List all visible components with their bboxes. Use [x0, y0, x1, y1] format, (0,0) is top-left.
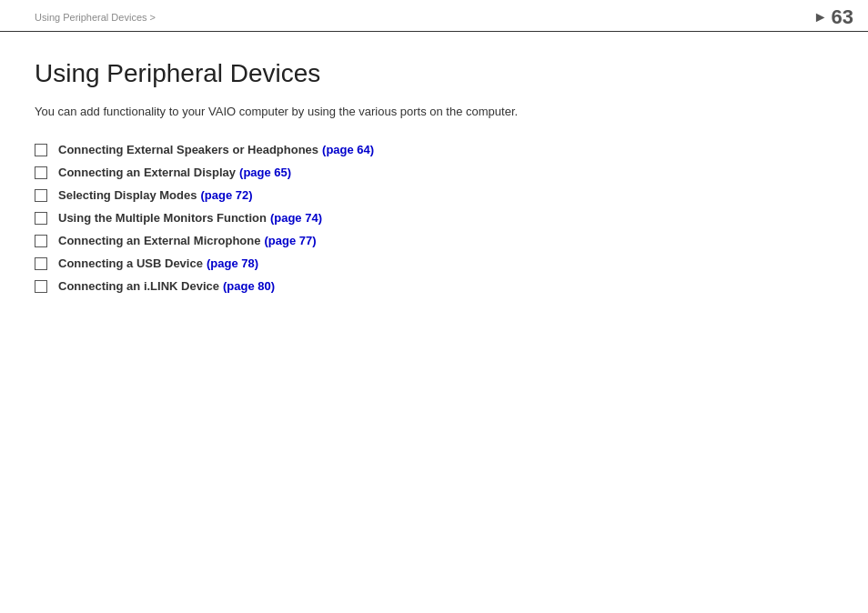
- toc-item-text: Using the Multiple Monitors Function: [58, 211, 267, 225]
- checkbox-icon: [35, 144, 47, 156]
- toc-item-label: Connecting External Speakers or Headphon…: [58, 143, 374, 156]
- toc-item: Selecting Display Modes(page 72): [35, 188, 833, 202]
- toc-item: Connecting External Speakers or Headphon…: [35, 143, 833, 156]
- toc-item-label: Connecting a USB Device(page 78): [58, 256, 258, 270]
- toc-item-label: Selecting Display Modes(page 72): [58, 188, 253, 202]
- toc-item-link[interactable]: (page 72): [200, 188, 252, 202]
- main-content: Using Peripheral Devices You can add fun…: [0, 32, 868, 320]
- toc-item: Connecting an External Microphone(page 7…: [35, 234, 833, 247]
- toc-item-label: Using the Multiple Monitors Function(pag…: [58, 211, 322, 225]
- toc-item: Connecting a USB Device(page 78): [35, 256, 833, 270]
- page-header: Using Peripheral Devices > ► 63: [0, 0, 868, 32]
- page-number-container: ► 63: [813, 7, 853, 27]
- toc-item-link[interactable]: (page 65): [239, 166, 291, 179]
- breadcrumb: Using Peripheral Devices >: [35, 12, 156, 23]
- toc-item: Connecting an i.LINK Device(page 80): [35, 279, 833, 293]
- toc-item: Connecting an External Display(page 65): [35, 166, 833, 179]
- toc-item-link[interactable]: (page 78): [207, 256, 258, 270]
- toc-item-text: Connecting External Speakers or Headphon…: [58, 143, 318, 156]
- toc-item-label: Connecting an External Display(page 65): [58, 166, 291, 179]
- toc-item-text: Connecting an External Display: [58, 166, 236, 179]
- checkbox-icon: [35, 235, 47, 247]
- toc-item-link[interactable]: (page 64): [322, 143, 374, 156]
- toc-item-text: Connecting an External Microphone: [58, 234, 260, 247]
- toc-item-text: Connecting a USB Device: [58, 256, 203, 270]
- toc-item-text: Connecting an i.LINK Device: [58, 279, 219, 293]
- checkbox-icon: [35, 257, 47, 270]
- page-title: Using Peripheral Devices: [35, 59, 833, 88]
- toc-list: Connecting External Speakers or Headphon…: [35, 143, 833, 293]
- page-number: 63: [832, 7, 853, 27]
- checkbox-icon: [35, 280, 47, 293]
- arrow-icon: ►: [813, 9, 828, 25]
- checkbox-icon: [35, 212, 47, 225]
- toc-item-label: Connecting an i.LINK Device(page 80): [58, 279, 275, 293]
- toc-item: Using the Multiple Monitors Function(pag…: [35, 211, 833, 225]
- checkbox-icon: [35, 166, 47, 179]
- toc-item-link[interactable]: (page 77): [264, 234, 316, 247]
- page-description: You can add functionality to your VAIO c…: [35, 103, 833, 121]
- checkbox-icon: [35, 189, 47, 202]
- toc-item-link[interactable]: (page 80): [223, 279, 275, 293]
- toc-item-text: Selecting Display Modes: [58, 188, 197, 202]
- toc-item-label: Connecting an External Microphone(page 7…: [58, 234, 317, 247]
- toc-item-link[interactable]: (page 74): [270, 211, 322, 225]
